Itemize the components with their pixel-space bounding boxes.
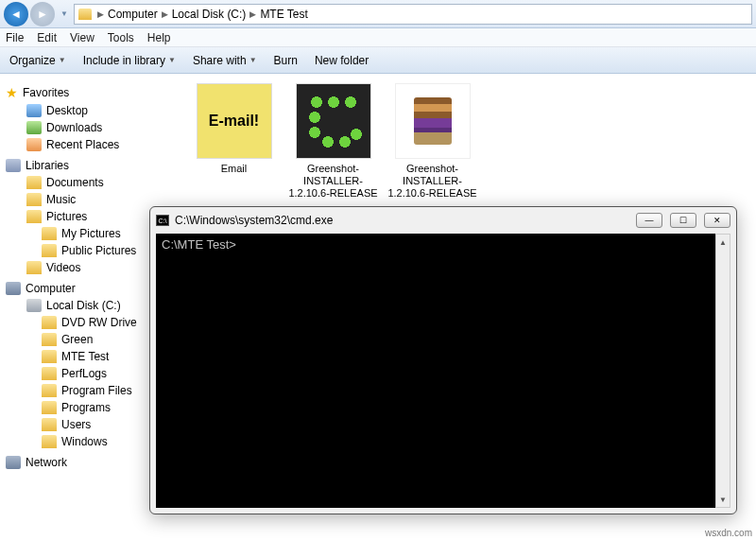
menubar: File Edit View Tools Help: [0, 28, 756, 47]
maximize-button[interactable]: ☐: [670, 213, 696, 228]
computer-icon: [6, 282, 21, 295]
toolbar-share-with[interactable]: Share with▼: [193, 54, 257, 67]
folder-icon: [42, 227, 57, 240]
desktop-icon: [26, 104, 42, 117]
nav-history-dropdown[interactable]: ▼: [60, 9, 70, 18]
toolbar-include-in-library[interactable]: Include in library▼: [83, 54, 176, 67]
command-prompt-window[interactable]: C:\ C:\Windows\system32\cmd.exe — ☐ ✕ C:…: [149, 206, 737, 514]
chevron-right-icon: ▶: [162, 9, 168, 19]
nav-back-button[interactable]: ◄: [4, 2, 28, 26]
folder-icon: [26, 210, 42, 223]
sidebar-item-desktop[interactable]: Desktop: [4, 102, 176, 119]
chevron-down-icon: ▼: [168, 56, 176, 64]
folder-icon: [42, 435, 57, 448]
folder-icon: [26, 176, 42, 189]
network-icon: [6, 456, 21, 469]
titlebar: ◄ ► ▼ ▶ Computer ▶ Local Disk (C:) ▶ MTE…: [0, 0, 756, 28]
breadcrumb-computer[interactable]: Computer: [108, 8, 158, 21]
close-button[interactable]: ✕: [704, 213, 730, 228]
chevron-down-icon: ▼: [249, 56, 257, 64]
folder-icon: [26, 193, 42, 206]
sidebar-item-documents[interactable]: Documents: [4, 174, 176, 191]
folder-icon: [26, 261, 42, 274]
cmd-titlebar[interactable]: C:\ C:\Windows\system32\cmd.exe — ☐ ✕: [150, 207, 736, 234]
folder-icon: [42, 401, 57, 414]
sidebar-libraries-header[interactable]: Libraries: [6, 159, 174, 172]
file-thumbnail: [296, 83, 371, 159]
cmd-icon: C:\: [156, 215, 169, 226]
folder-icon: [42, 418, 57, 431]
toolbar-new-folder[interactable]: New folder: [315, 54, 369, 67]
sidebar-favorites-header[interactable]: ★Favorites: [6, 85, 174, 100]
sidebar-item-music[interactable]: Music: [4, 191, 176, 208]
folder-icon: [42, 384, 57, 397]
toolbar-organize[interactable]: Organize▼: [9, 54, 66, 67]
file-label: Greenshot-INSTALLER-1.2.10.6-RELEASE: [387, 163, 477, 200]
scroll-down-icon[interactable]: ▼: [716, 492, 730, 507]
folder-icon: [78, 9, 92, 20]
file-item-greenshot-installer[interactable]: Greenshot-INSTALLER-1.2.10.6-RELEASE: [288, 83, 378, 200]
chevron-down-icon: ▼: [59, 56, 66, 64]
cmd-scrollbar[interactable]: ▲ ▼: [715, 234, 730, 508]
cmd-window-title: C:\Windows\system32\cmd.exe: [175, 214, 333, 227]
breadcrumb-folder[interactable]: MTE Test: [260, 8, 307, 21]
address-bar[interactable]: ▶ Computer ▶ Local Disk (C:) ▶ MTE Test: [74, 4, 752, 25]
nav-forward-button[interactable]: ►: [30, 2, 55, 26]
libraries-icon: [6, 159, 21, 172]
toolbar: Organize▼ Include in library▼ Share with…: [0, 47, 756, 74]
cmd-terminal[interactable]: C:\MTE Test>: [156, 234, 715, 508]
folder-icon: [42, 350, 57, 363]
breadcrumb-drive[interactable]: Local Disk (C:): [172, 8, 247, 21]
file-thumbnail: [395, 83, 471, 159]
minimize-button[interactable]: —: [636, 213, 662, 228]
sidebar-item-recent-places[interactable]: Recent Places: [4, 136, 176, 153]
folder-icon: [42, 244, 57, 257]
watermark: wsxdn.com: [705, 528, 752, 538]
recent-icon: [26, 138, 42, 151]
downloads-icon: [26, 121, 42, 134]
file-item-greenshot-archive[interactable]: Greenshot-INSTALLER-1.2.10.6-RELEASE: [387, 83, 477, 200]
menu-tools[interactable]: Tools: [108, 31, 134, 44]
menu-view[interactable]: View: [70, 31, 94, 44]
menu-help[interactable]: Help: [147, 31, 171, 44]
chevron-right-icon: ▶: [97, 9, 104, 19]
toolbar-burn[interactable]: Burn: [274, 54, 298, 67]
file-label: Greenshot-INSTALLER-1.2.10.6-RELEASE: [288, 163, 378, 200]
file-label: Email: [189, 163, 279, 175]
folder-icon: [42, 316, 57, 329]
chevron-right-icon: ▶: [249, 9, 256, 19]
cmd-prompt: C:\MTE Test>: [162, 237, 236, 252]
scroll-up-icon[interactable]: ▲: [716, 235, 730, 250]
menu-edit[interactable]: Edit: [37, 31, 57, 44]
sidebar-item-downloads[interactable]: Downloads: [4, 119, 176, 136]
folder-icon: [42, 367, 57, 380]
folder-icon: [42, 333, 57, 346]
file-item-email[interactable]: E-mail! Email: [189, 83, 279, 175]
file-thumbnail: E-mail!: [197, 83, 272, 159]
star-icon: ★: [6, 85, 18, 100]
menu-file[interactable]: File: [6, 31, 24, 44]
disk-icon: [26, 299, 42, 312]
